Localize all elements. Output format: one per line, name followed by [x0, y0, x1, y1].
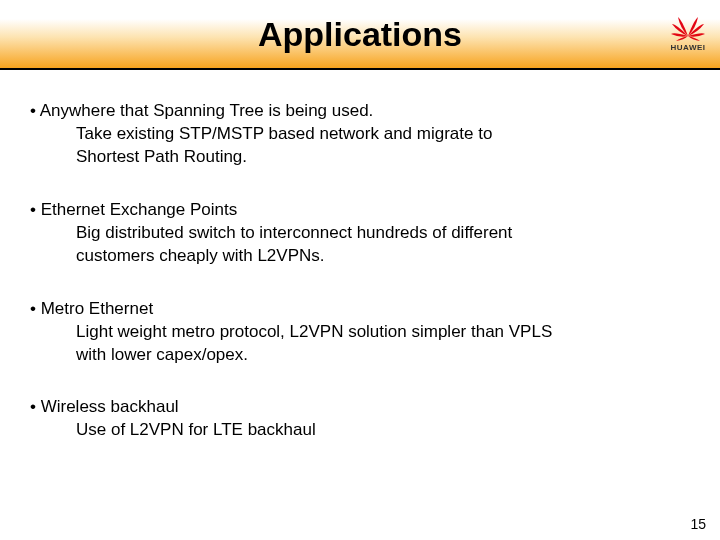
bullet-head: • Wireless backhaul — [30, 396, 690, 419]
bullet-sub: Shortest Path Routing. — [30, 146, 690, 169]
bullet-sub: Take existing STP/MSTP based network and… — [30, 123, 690, 146]
huawei-logo-icon — [670, 14, 706, 42]
huawei-logo-text: HUAWEI — [671, 43, 706, 52]
bullet-item: • Anywhere that Spanning Tree is being u… — [30, 100, 690, 169]
bullet-head: • Ethernet Exchange Points — [30, 199, 690, 222]
slide-title: Applications — [258, 15, 462, 54]
bullet-sub: Light weight metro protocol, L2VPN solut… — [30, 321, 690, 344]
bullet-head: • Anywhere that Spanning Tree is being u… — [30, 100, 690, 123]
bullet-sub: Use of L2VPN for LTE backhaul — [30, 419, 690, 442]
bullet-sub: customers cheaply with L2VPNs. — [30, 245, 690, 268]
huawei-logo: HUAWEI — [670, 14, 706, 52]
bullet-head: • Metro Ethernet — [30, 298, 690, 321]
title-bar: Applications HUAWEI — [0, 0, 720, 70]
bullet-item: • Ethernet Exchange Points Big distribut… — [30, 199, 690, 268]
bullet-sub: with lower capex/opex. — [30, 344, 690, 367]
bullet-item: • Metro Ethernet Light weight metro prot… — [30, 298, 690, 367]
bullet-item: • Wireless backhaul Use of L2VPN for LTE… — [30, 396, 690, 442]
slide-container: Applications HUAWEI • Anywhere that Span… — [0, 0, 720, 540]
bullet-sub: Big distributed switch to interconnect h… — [30, 222, 690, 245]
page-number: 15 — [690, 516, 706, 532]
slide-body: • Anywhere that Spanning Tree is being u… — [0, 70, 720, 442]
